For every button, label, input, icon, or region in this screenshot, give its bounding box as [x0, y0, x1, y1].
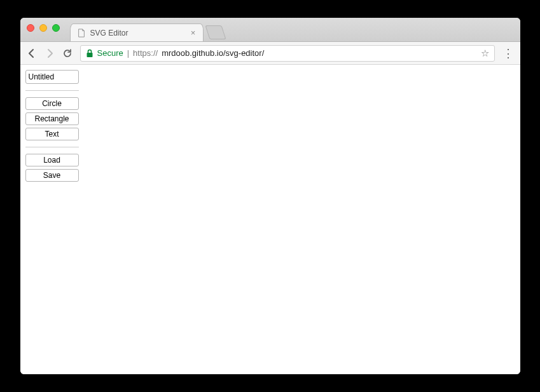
- url-scheme: https://: [133, 48, 158, 58]
- zoom-window-button[interactable]: [52, 24, 60, 32]
- divider: [25, 147, 79, 147]
- back-button[interactable]: [27, 48, 37, 58]
- page-content: Circle Rectangle Text Load Save Hello Wo…: [20, 65, 520, 374]
- canvas-area: Hello WorldHello WorldHello World: [84, 65, 520, 374]
- editor-sidebar: Circle Rectangle Text Load Save: [20, 65, 84, 374]
- load-button[interactable]: Load: [25, 154, 79, 166]
- bookmark-star-icon[interactable]: ☆: [481, 48, 489, 59]
- add-circle-button[interactable]: Circle: [25, 97, 79, 110]
- tab-title: SVG Editor: [90, 29, 186, 37]
- divider: [25, 90, 79, 91]
- forward-button[interactable]: [45, 48, 55, 58]
- svg-rect-0: [87, 53, 92, 57]
- save-button[interactable]: Save: [25, 169, 79, 182]
- file-icon: [77, 29, 86, 37]
- window-controls: [27, 24, 60, 32]
- tab-close-icon[interactable]: ×: [190, 29, 197, 37]
- add-rectangle-button[interactable]: Rectangle: [25, 112, 79, 125]
- lock-icon: [86, 49, 93, 58]
- secure-label: Secure: [97, 48, 123, 58]
- filename-input[interactable]: [25, 70, 79, 84]
- address-bar[interactable]: Secure | https://mrdoob.github.io/svg-ed…: [80, 45, 495, 62]
- close-window-button[interactable]: [27, 24, 34, 32]
- editor-canvas[interactable]: Hello WorldHello WorldHello World: [84, 65, 520, 283]
- browser-toolbar: Secure | https://mrdoob.github.io/svg-ed…: [20, 42, 520, 65]
- url-separator: |: [127, 48, 129, 58]
- browser-window: SVG Editor × Secure | https://mrdoob.git…: [20, 18, 520, 374]
- titlebar: SVG Editor ×: [20, 18, 520, 42]
- url-host-path: mrdoob.github.io/svg-editor/: [162, 48, 264, 58]
- tab-svg-editor[interactable]: SVG Editor ×: [70, 24, 204, 41]
- menu-button[interactable]: ⋮: [502, 48, 514, 59]
- minimize-window-button[interactable]: [39, 24, 47, 32]
- tab-strip: SVG Editor ×: [70, 18, 224, 41]
- reload-button[interactable]: [62, 48, 73, 58]
- new-tab-button[interactable]: [205, 25, 226, 39]
- add-text-button[interactable]: Text: [25, 128, 79, 140]
